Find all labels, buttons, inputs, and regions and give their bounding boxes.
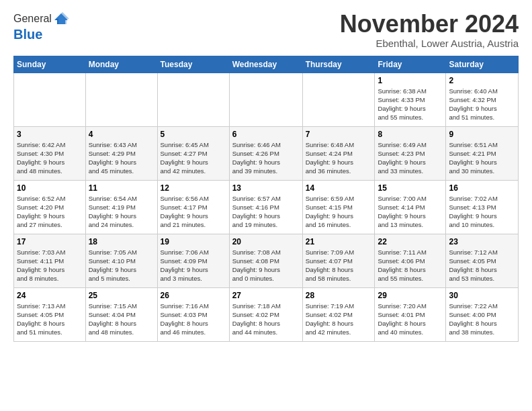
day-number: 13	[232, 183, 300, 193]
calendar-cell: 17Sunrise: 7:03 AMSunset: 4:11 PMDayligh…	[14, 234, 86, 287]
calendar-week-row: 24Sunrise: 7:13 AMSunset: 4:05 PMDayligh…	[14, 287, 519, 341]
day-detail: Sunrise: 7:22 AMSunset: 4:00 PMDaylight:…	[449, 302, 515, 337]
calendar-cell: 4Sunrise: 6:43 AMSunset: 4:29 PMDaylight…	[85, 126, 157, 180]
day-number: 4	[89, 130, 154, 139]
day-number: 17	[17, 237, 83, 246]
calendar-cell: 12Sunrise: 6:56 AMSunset: 4:17 PMDayligh…	[157, 180, 229, 234]
day-detail: Sunrise: 7:20 AMSunset: 4:01 PMDaylight:…	[378, 302, 443, 337]
day-number: 30	[449, 291, 515, 300]
logo-blue-text: Blue	[13, 27, 69, 42]
month-title: November 2024	[340, 11, 519, 38]
calendar-cell: 21Sunrise: 7:09 AMSunset: 4:07 PMDayligh…	[302, 234, 375, 287]
calendar-cell: 16Sunrise: 7:02 AMSunset: 4:13 PMDayligh…	[446, 180, 519, 234]
day-number: 25	[89, 291, 154, 300]
day-number: 2	[449, 76, 515, 85]
day-number: 1	[378, 76, 443, 85]
col-wednesday: Wednesday	[229, 56, 302, 73]
calendar-cell: 19Sunrise: 7:06 AMSunset: 4:09 PMDayligh…	[157, 234, 229, 287]
calendar-cell: 6Sunrise: 6:46 AMSunset: 4:26 PMDaylight…	[229, 126, 302, 180]
calendar-header-row: Sunday Monday Tuesday Wednesday Thursday…	[14, 56, 519, 73]
day-detail: Sunrise: 7:13 AMSunset: 4:05 PMDaylight:…	[17, 302, 83, 337]
day-number: 6	[232, 130, 300, 139]
calendar-week-row: 1Sunrise: 6:38 AMSunset: 4:33 PMDaylight…	[14, 73, 519, 126]
day-number: 14	[306, 183, 372, 193]
calendar-cell: 13Sunrise: 6:57 AMSunset: 4:16 PMDayligh…	[229, 180, 302, 234]
calendar-cell: 1Sunrise: 6:38 AMSunset: 4:33 PMDaylight…	[375, 73, 446, 126]
col-sunday: Sunday	[14, 56, 86, 73]
calendar-cell: 23Sunrise: 7:12 AMSunset: 4:05 PMDayligh…	[446, 234, 519, 287]
calendar-cell: 28Sunrise: 7:19 AMSunset: 4:02 PMDayligh…	[302, 287, 375, 341]
day-detail: Sunrise: 6:49 AMSunset: 4:23 PMDaylight:…	[378, 140, 443, 176]
calendar-cell: 7Sunrise: 6:48 AMSunset: 4:24 PMDaylight…	[302, 126, 375, 180]
day-detail: Sunrise: 6:43 AMSunset: 4:29 PMDaylight:…	[89, 140, 154, 176]
calendar-cell: 22Sunrise: 7:11 AMSunset: 4:06 PMDayligh…	[375, 234, 446, 287]
day-number: 8	[378, 130, 443, 139]
calendar-week-row: 10Sunrise: 6:52 AMSunset: 4:20 PMDayligh…	[14, 180, 519, 234]
title-block: November 2024 Ebenthal, Lower Austria, A…	[340, 11, 519, 49]
day-number: 23	[449, 237, 515, 246]
day-number: 26	[161, 291, 226, 300]
calendar-week-row: 3Sunrise: 6:42 AMSunset: 4:30 PMDaylight…	[14, 126, 519, 180]
day-detail: Sunrise: 6:48 AMSunset: 4:24 PMDaylight:…	[306, 140, 372, 176]
day-number: 5	[161, 130, 226, 139]
col-saturday: Saturday	[446, 56, 519, 73]
day-detail: Sunrise: 6:51 AMSunset: 4:21 PMDaylight:…	[449, 140, 515, 176]
day-number: 19	[161, 237, 226, 246]
day-detail: Sunrise: 7:18 AMSunset: 4:02 PMDaylight:…	[232, 302, 300, 337]
calendar-cell: 11Sunrise: 6:54 AMSunset: 4:19 PMDayligh…	[85, 180, 157, 234]
day-number: 11	[89, 183, 154, 193]
col-friday: Friday	[375, 56, 446, 73]
day-number: 12	[161, 183, 226, 193]
day-detail: Sunrise: 6:52 AMSunset: 4:20 PMDaylight:…	[17, 194, 83, 230]
day-detail: Sunrise: 6:46 AMSunset: 4:26 PMDaylight:…	[232, 140, 300, 176]
day-number: 22	[378, 237, 443, 246]
calendar-cell: 25Sunrise: 7:15 AMSunset: 4:04 PMDayligh…	[85, 287, 157, 341]
day-number: 27	[232, 291, 300, 300]
day-number: 3	[17, 130, 83, 139]
logo-general-text: General	[13, 13, 52, 25]
calendar-cell: 2Sunrise: 6:40 AMSunset: 4:32 PMDaylight…	[446, 73, 519, 126]
header: General Blue November 2024 Ebenthal, Low…	[13, 11, 519, 49]
day-detail: Sunrise: 6:42 AMSunset: 4:30 PMDaylight:…	[17, 140, 83, 176]
calendar-cell: 26Sunrise: 7:16 AMSunset: 4:03 PMDayligh…	[157, 287, 229, 341]
calendar-cell	[302, 73, 375, 126]
logo-icon	[53, 11, 69, 27]
col-monday: Monday	[85, 56, 157, 73]
day-detail: Sunrise: 6:38 AMSunset: 4:33 PMDaylight:…	[378, 87, 443, 122]
calendar-cell: 9Sunrise: 6:51 AMSunset: 4:21 PMDaylight…	[446, 126, 519, 180]
calendar-cell: 15Sunrise: 7:00 AMSunset: 4:14 PMDayligh…	[375, 180, 446, 234]
day-detail: Sunrise: 7:12 AMSunset: 4:05 PMDaylight:…	[449, 248, 515, 283]
day-number: 29	[378, 291, 443, 300]
col-tuesday: Tuesday	[157, 56, 229, 73]
calendar-cell: 20Sunrise: 7:08 AMSunset: 4:08 PMDayligh…	[229, 234, 302, 287]
day-detail: Sunrise: 6:59 AMSunset: 4:15 PMDaylight:…	[306, 194, 372, 230]
calendar-cell: 3Sunrise: 6:42 AMSunset: 4:30 PMDaylight…	[14, 126, 86, 180]
calendar-cell	[14, 73, 86, 126]
day-detail: Sunrise: 6:54 AMSunset: 4:19 PMDaylight:…	[89, 194, 154, 230]
day-detail: Sunrise: 7:15 AMSunset: 4:04 PMDaylight:…	[89, 302, 154, 337]
page: General Blue November 2024 Ebenthal, Low…	[0, 0, 532, 353]
day-number: 18	[89, 237, 154, 246]
day-detail: Sunrise: 7:00 AMSunset: 4:14 PMDaylight:…	[378, 194, 443, 230]
day-detail: Sunrise: 7:03 AMSunset: 4:11 PMDaylight:…	[17, 248, 83, 283]
logo: General Blue	[13, 11, 69, 42]
day-detail: Sunrise: 7:19 AMSunset: 4:02 PMDaylight:…	[306, 302, 372, 337]
day-detail: Sunrise: 7:06 AMSunset: 4:09 PMDaylight:…	[161, 248, 226, 283]
day-detail: Sunrise: 6:45 AMSunset: 4:27 PMDaylight:…	[161, 140, 226, 176]
calendar-cell: 18Sunrise: 7:05 AMSunset: 4:10 PMDayligh…	[85, 234, 157, 287]
calendar-cell	[157, 73, 229, 126]
col-thursday: Thursday	[302, 56, 375, 73]
day-detail: Sunrise: 7:08 AMSunset: 4:08 PMDaylight:…	[232, 248, 300, 283]
calendar-cell: 29Sunrise: 7:20 AMSunset: 4:01 PMDayligh…	[375, 287, 446, 341]
day-number: 20	[232, 237, 300, 246]
day-number: 15	[378, 183, 443, 193]
day-number: 21	[306, 237, 372, 246]
day-detail: Sunrise: 7:05 AMSunset: 4:10 PMDaylight:…	[89, 248, 154, 283]
day-number: 7	[306, 130, 372, 139]
calendar-cell	[85, 73, 157, 126]
day-detail: Sunrise: 6:56 AMSunset: 4:17 PMDaylight:…	[161, 194, 226, 230]
calendar-cell: 30Sunrise: 7:22 AMSunset: 4:00 PMDayligh…	[446, 287, 519, 341]
day-number: 10	[17, 183, 83, 193]
day-detail: Sunrise: 7:11 AMSunset: 4:06 PMDaylight:…	[378, 248, 443, 283]
calendar-cell	[229, 73, 302, 126]
